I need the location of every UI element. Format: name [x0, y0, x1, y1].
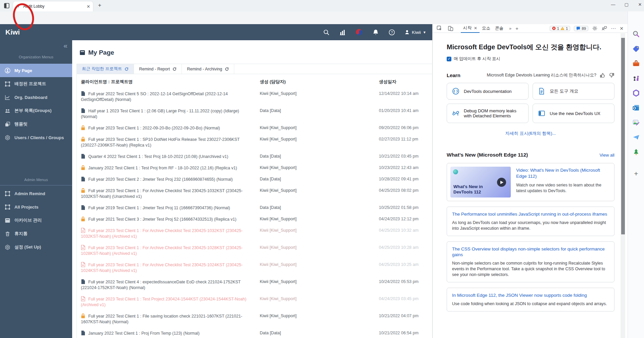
thumbs-down-icon[interactable] — [609, 72, 614, 78]
app-brand[interactable]: Kiwi — [5, 28, 20, 36]
file-icon — [81, 108, 85, 113]
hexagon-icon — [5, 135, 10, 140]
sidebar-add-icon[interactable]: + — [632, 170, 640, 178]
tab--[interactable]: 최근 작업한 프로젝트 — [77, 64, 134, 74]
learn-card[interactable]: 모든 도구 개요 — [533, 83, 614, 100]
table-row[interactable]: Full year 2021 Test Client 3 : Jmeter Te… — [77, 214, 435, 225]
browser-tab[interactable]: Audit Lobby ✕ — [13, 1, 93, 11]
table-row[interactable]: Full year 2023 Test Client 1 : SP10 DotN… — [77, 134, 435, 151]
devtools-tab-시작[interactable]: 시작✕ — [461, 24, 480, 33]
table-row[interactable]: Quarter 4 2022 Test Client 1 : Test Proj… — [77, 151, 435, 162]
learn-card[interactable]: DevTools documentation — [447, 83, 529, 100]
tab-close-icon[interactable]: ✕ — [87, 4, 90, 9]
feedback-icon[interactable] — [601, 25, 607, 31]
whats-new-link[interactable]: The CSS Overview tool displays non-simpl… — [452, 246, 609, 258]
search-icon[interactable] — [632, 30, 640, 38]
outlook-icon[interactable] — [632, 104, 640, 112]
window-maximize-button[interactable]: ▢ — [622, 2, 632, 7]
tree-icon[interactable] — [632, 148, 640, 156]
window-minimize-button[interactable]: — — [608, 2, 618, 7]
close-tab-icon[interactable]: ✕ — [474, 26, 477, 31]
show-more-link[interactable]: 자세히 표시(6개의 항목)... — [447, 130, 614, 136]
new-tab-button[interactable]: + — [98, 2, 101, 9]
file-icon — [81, 205, 85, 210]
drop-icon[interactable] — [632, 133, 640, 141]
table-row[interactable]: Full year 2023 Test Client 1 : For Archi… — [77, 185, 435, 202]
table-row[interactable]: Full year 2023 Test Client 1 : For Archi… — [77, 259, 435, 276]
sidebar-item-org-dashboard[interactable]: Org. Dashboard — [0, 91, 72, 104]
table-row[interactable]: Full year 2019 Test Client 1 : Jmeter Te… — [77, 202, 435, 214]
devtools-more-icon[interactable]: ⋯ — [611, 25, 616, 32]
sidebar-item-admin-remind[interactable]: Admin Remind — [0, 187, 72, 200]
table-row[interactable]: Full year 2022 Test Client 5 SO : 2022-1… — [77, 88, 435, 105]
table-row[interactable]: Full year 2023 Test Client 1 : For Archi… — [77, 242, 435, 259]
show-on-update-checkbox[interactable]: ✓ — [447, 57, 451, 61]
refresh-tab-icon[interactable] — [225, 67, 229, 71]
learn-card[interactable]: Debug DOM memory leaks with Detached Ele… — [447, 104, 529, 123]
scrollbar-thumb[interactable] — [621, 38, 625, 234]
sidebar-item--set-up-[interactable]: 설정 (Set Up) — [0, 240, 72, 254]
refresh-tab-icon[interactable] — [125, 67, 129, 71]
table-row[interactable]: Full year 2023 Test Client 1 : Test Proj… — [77, 293, 435, 311]
table-row[interactable]: January 2022 Test Client 1 : Proj From T… — [77, 328, 435, 338]
project-name: Full year 2020 Test Client 2 : Jmeter Te… — [81, 176, 260, 182]
sidebar-item-users-clients-groups[interactable]: Users / Clients / Groups — [0, 131, 72, 144]
sidebar-item--groups-[interactable]: 본부 목록(Groups) — [0, 104, 72, 117]
play-button-icon[interactable] — [497, 178, 506, 187]
user-menu[interactable]: Kiwii ▼ — [404, 30, 426, 35]
layout-icon — [538, 110, 545, 117]
shopping-icon[interactable] — [632, 45, 640, 53]
window-close-button[interactable]: ✕ — [635, 2, 644, 7]
issues-badge[interactable]: 89 — [574, 26, 588, 31]
project-date: 10/21/2022 06:54 pm — [379, 330, 435, 336]
video-thumbnail[interactable]: What's New in DevTools 112 — [450, 167, 511, 198]
devtools-tab-요소[interactable]: 요소 — [480, 24, 493, 33]
project-creator: Data [Data] — [260, 205, 379, 211]
table-row[interactable]: Full year 2022 Test Client 1 : File savi… — [77, 311, 435, 328]
tools-icon[interactable] — [632, 60, 640, 67]
tab-remind-report[interactable]: Remind - Report — [134, 64, 182, 74]
devtools-settings-gear-icon[interactable] — [592, 25, 598, 31]
errors-warnings-badge[interactable]: 1 1 — [550, 26, 571, 31]
add-tool-icon[interactable]: + — [515, 25, 518, 31]
notifications-bell-icon[interactable] — [372, 29, 379, 36]
devtools-scrollbar[interactable] — [621, 33, 625, 338]
analytics-icon[interactable] — [339, 29, 346, 36]
designer-icon[interactable] — [632, 119, 640, 126]
device-emulation-icon[interactable] — [448, 25, 453, 31]
learn-card[interactable]: Use the new DevTools UX — [533, 104, 614, 123]
tab-remind-archiving[interactable]: Remind - Archiving — [182, 64, 234, 74]
table-row[interactable]: Full year 2023 Test Client 1 : 2022-09-2… — [77, 122, 435, 134]
project-name: Full year 2022 Test Client 5 SO : 2022-1… — [81, 91, 260, 103]
sidebar-item--[interactable]: 템플릿 — [0, 117, 72, 131]
sidebar-item--[interactable]: 배정된 프로젝트 — [0, 77, 72, 91]
whats-new-header: What's New (Microsoft Edge 112) View all — [447, 152, 614, 158]
korea-flag-icon[interactable] — [355, 28, 363, 36]
whats-new-title: What's New (Microsoft Edge 112) — [447, 152, 528, 158]
whats-new-link[interactable]: In Microsoft Edge 112, the JSON Viewer n… — [452, 292, 609, 298]
table-row[interactable]: Half year 1 2023 Test Client 1 : (2.06 G… — [77, 105, 435, 122]
devtools-tab-콘솔[interactable]: 콘솔 — [493, 24, 506, 33]
table-row[interactable]: Full year 2022 Test Client 4 : expectedI… — [77, 276, 435, 293]
view-all-link[interactable]: View all — [599, 153, 614, 158]
sidebar-item--[interactable]: 아카이브 관리 — [0, 214, 72, 227]
table-row[interactable]: Full year 2020 Test Client 2 : Jmeter Te… — [77, 174, 435, 185]
sidebar-item--[interactable]: 휴지통 — [0, 227, 72, 240]
table-row[interactable]: Full year 2023 Test Client 1 : For Archi… — [77, 225, 435, 242]
sidebar-collapse-icon[interactable]: « — [63, 42, 67, 50]
sidebar-item-all-projects[interactable]: All Projects — [0, 200, 72, 214]
search-icon[interactable] — [323, 29, 330, 36]
games-icon[interactable] — [632, 74, 640, 82]
devtools-close-icon[interactable]: ✕ — [620, 26, 624, 31]
inspect-element-icon[interactable] — [437, 25, 442, 31]
microsoft-365-icon[interactable] — [632, 89, 640, 97]
tab-actions-icon[interactable] — [3, 2, 10, 9]
table-row[interactable]: January 2022 Test Client 1 : Test Proj f… — [77, 162, 435, 174]
video-link[interactable]: Video: What's New in DevTools (Microsoft… — [516, 167, 611, 179]
whats-new-link[interactable]: The Performance tool unminifies JavaScri… — [452, 211, 609, 217]
help-icon[interactable]: ? — [388, 29, 395, 36]
refresh-tab-icon[interactable] — [172, 67, 177, 71]
sidebar-item-my-page[interactable]: My Page — [0, 64, 72, 77]
more-tools-icon[interactable]: » — [509, 26, 511, 31]
thumbs-up-icon[interactable] — [600, 72, 605, 78]
